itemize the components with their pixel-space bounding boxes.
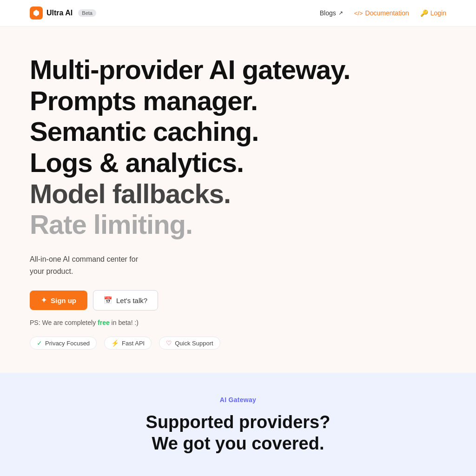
headline-line-5: Model fallbacks. [30,178,446,210]
login-link[interactable]: 🔑 Login [420,9,446,17]
headline-line-4: Logs & analytics. [30,147,446,178]
section-title: Supported providers? We got you covered. [30,412,446,454]
headline-line-6: Rate limiting. [30,209,446,240]
shield-icon: ✓ [37,339,42,347]
privacy-badge: ✓ Privacy Focused [30,337,97,350]
headline-line-3: Semantic caching. [30,116,446,147]
hero-cta: ✦ Sign up 📅 Let's talk? [30,290,446,311]
beta-badge: Beta [78,9,96,17]
logo-icon [30,7,43,20]
providers-section: AI Gateway Supported providers? We got y… [0,373,476,476]
docs-link[interactable]: </> Documentation [354,9,409,17]
free-notice: PS: We are completely free in beta! :) [30,319,446,326]
navbar: Ultra AI Beta Blogs ↗ </> Documentation … [0,0,476,26]
nav-links: Blogs ↗ </> Documentation 🔑 Login [320,9,446,17]
code-icon: </> [354,10,363,17]
logo-container: Ultra AI Beta [30,7,96,20]
hero-subtext: All-in-one AI command center for your pr… [30,253,197,277]
section-label: AI Gateway [30,396,446,403]
fastapi-badge: ⚡ Fast API [104,337,152,350]
heart-icon: ♡ [166,339,172,347]
hero-headline: Multi-provider AI gateway. Prompts manag… [30,54,446,240]
spark-icon: ✦ [41,296,47,304]
signup-button[interactable]: ✦ Sign up [30,291,87,310]
blogs-link[interactable]: Blogs ↗ [320,9,343,17]
logo-text: Ultra AI [46,9,73,17]
headline-line-2: Prompts manager. [30,86,446,117]
talk-button[interactable]: 📅 Let's talk? [93,290,158,311]
speed-icon: ⚡ [111,339,119,347]
calendar-icon: 📅 [104,296,112,304]
free-word: free [98,319,110,326]
hero-badges: ✓ Privacy Focused ⚡ Fast API ♡ Quick Sup… [30,337,446,350]
external-link-icon: ↗ [338,10,343,16]
logo-svg [33,9,40,17]
hero-section: Multi-provider AI gateway. Prompts manag… [0,26,476,373]
support-badge: ♡ Quick Support [159,337,220,350]
login-icon: 🔑 [420,9,428,17]
headline-line-1: Multi-provider AI gateway. [30,54,446,86]
